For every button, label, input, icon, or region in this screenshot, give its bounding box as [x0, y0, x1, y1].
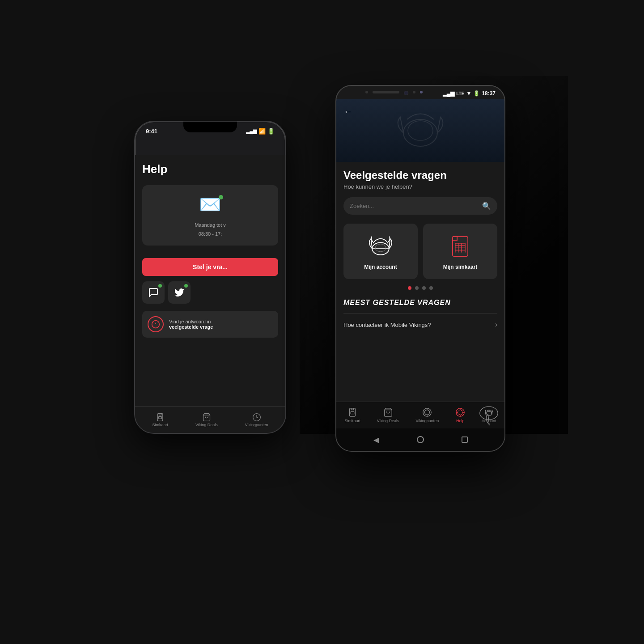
bottom-nav: Simkaart Viking Deals Vikingpunten [336, 402, 504, 428]
svg-rect-22 [351, 411, 354, 414]
faq-section-title: MEEST GESTELDE VRAGEN [343, 299, 497, 307]
faq-item-0[interactable]: Hoe contacteer ik Mobile Vikings? › [343, 313, 497, 336]
svg-point-8 [408, 121, 433, 140]
svg-rect-4 [159, 416, 162, 419]
back-arrow-button[interactable]: ← [343, 106, 352, 117]
svg-rect-12 [453, 237, 468, 257]
status-right: ▂▄▆ LTE ▼ 🔋 18:37 [443, 90, 496, 97]
battery-icon: 🔋 [267, 128, 275, 135]
carousel-dot-1[interactable] [408, 286, 411, 290]
android-home-button[interactable] [416, 435, 425, 444]
back-nav-simkaart[interactable]: Simkaart [152, 413, 168, 427]
hero-banner: ← [336, 99, 504, 162]
online-indicator [219, 195, 223, 199]
category-label-mijn-simkaart: Mijn simkaart [443, 264, 478, 270]
svg-point-29 [458, 410, 463, 415]
svg-rect-21 [350, 408, 356, 416]
svg-point-11 [375, 244, 386, 252]
android-recents-button[interactable] [460, 435, 469, 444]
battery-icon: 🔋 [473, 90, 480, 97]
clock: 18:37 [482, 90, 496, 97]
nav-item-help[interactable]: Help [455, 407, 465, 423]
page-title: Veelgestelde vragen [343, 169, 497, 182]
nav-label-simkaart: Simkaart [344, 419, 360, 423]
nav-item-viking-deals[interactable]: Viking Deals [377, 407, 399, 423]
hero-watermark [336, 99, 504, 162]
chat-online-dot [158, 284, 162, 288]
carousel-dot-4[interactable] [429, 286, 433, 290]
hours-label: Maandag tot v [151, 222, 269, 228]
nav-label-account: Account [482, 419, 496, 423]
nav-item-simkaart[interactable]: Simkaart [344, 407, 360, 423]
faq-promo-icon [148, 316, 164, 332]
search-bar[interactable]: 🔍 [343, 197, 497, 215]
front-phone: ▂▄▆ LTE ▼ 🔋 18:37 ← Veelgeste [335, 85, 505, 452]
email-icon-container: ✉️ [199, 194, 221, 215]
wifi-icon: 📶 [258, 128, 266, 135]
faq-chevron-icon-0: › [495, 321, 497, 329]
nav-label-vikingpunten: Vikingpunten [415, 419, 439, 423]
back-phone-title: Help [142, 162, 278, 176]
hours-time: 08:30 - 17: [151, 231, 269, 237]
back-phone-notch [183, 122, 237, 132]
category-card-mijn-account[interactable]: Mijn account [343, 224, 418, 279]
back-nav-viking-deals[interactable]: Viking Deals [195, 413, 218, 427]
email-icon: ✉️ [199, 194, 221, 215]
faq-promo-text: Vind je antwoord in veelgestelde vrage [169, 319, 213, 330]
category-cards-row: Mijn account [343, 224, 497, 279]
page-subtitle: Hoe kunnen we je helpen? [343, 183, 497, 190]
back-phone-content: Help ✉️ Maandag tot v 08:30 - 17: Stel j… [135, 155, 285, 434]
chat-button[interactable] [142, 281, 165, 304]
back-phone-bottom-nav: Simkaart Viking Deals Vikingpunten [135, 406, 285, 433]
faq-question-0: Hoe contacteer ik Mobile Vikings? [343, 322, 431, 328]
android-back-button[interactable]: ◀ [372, 435, 381, 444]
network-strength-icon: ▂▄▆ [443, 90, 455, 97]
nav-label-help: Help [456, 419, 465, 423]
nav-item-account[interactable]: Account [482, 407, 496, 423]
email-card: ✉️ Maandag tot v 08:30 - 17: [142, 185, 278, 246]
carousel-dot-3[interactable] [422, 286, 426, 290]
android-home-bar: ◀ [336, 428, 504, 451]
carousel-dots [343, 286, 497, 290]
category-label-mijn-account: Mijn account [364, 264, 397, 270]
stel-vraag-button[interactable]: Stel je vra... [142, 258, 278, 276]
faq-promo-link: veelgestelde vrage [169, 324, 213, 330]
svg-point-25 [425, 410, 430, 415]
back-phone-time: 9:41 [146, 128, 157, 135]
svg-rect-3 [157, 413, 163, 421]
back-phone: 9:41 ▂▄▆ 📶 🔋 Help ✉️ Maandag tot v 08:30… [134, 121, 286, 434]
twitter-button[interactable] [168, 281, 191, 304]
nav-label-viking-deals: Viking Deals [377, 419, 399, 423]
search-input[interactable] [350, 203, 479, 209]
twitter-online-dot [184, 284, 188, 288]
faq-promo-banner[interactable]: Vind je antwoord in veelgestelde vrage [142, 311, 278, 338]
category-card-mijn-simkaart[interactable]: Mijn simkaart [423, 224, 497, 279]
wifi-icon: ▼ [466, 90, 471, 97]
scene: 9:41 ▂▄▆ 📶 🔋 Help ✉️ Maandag tot v 08:30… [121, 76, 523, 568]
network-type-icon: LTE [456, 91, 464, 96]
signal-icon: ▂▄▆ [246, 128, 257, 134]
search-icon: 🔍 [482, 202, 491, 210]
front-status-bar: ▂▄▆ LTE ▼ 🔋 18:37 [336, 86, 504, 99]
nav-item-vikingpunten[interactable]: Vikingpunten [415, 407, 439, 423]
back-nav-vikingpunten[interactable]: Vikingpunten [245, 413, 268, 427]
svg-point-34 [480, 407, 498, 419]
carousel-dot-2[interactable] [415, 286, 419, 290]
social-row [142, 281, 278, 304]
